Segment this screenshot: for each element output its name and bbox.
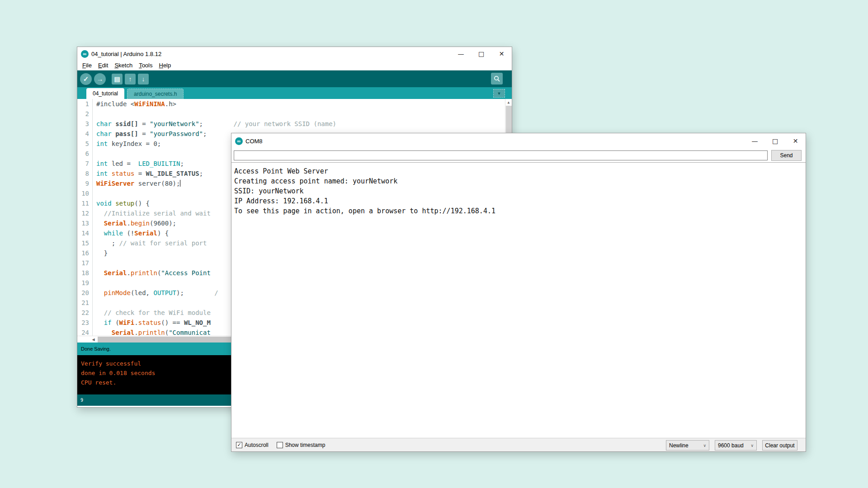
code-text: pinMode(led, OUTPUT); / (93, 288, 218, 298)
code-text (93, 149, 96, 159)
scroll-left-icon[interactable]: ◀ (90, 336, 97, 343)
line-number: 2 (77, 109, 93, 119)
show-timestamp-label: Show timestamp (285, 442, 326, 448)
code-text: if (WiFi.status() == WL_NO_M (93, 318, 211, 328)
verify-button[interactable]: ✓ (80, 73, 92, 85)
code-text: int keyIndex = 0; (93, 139, 161, 149)
tab-menu-button[interactable]: ▼ (493, 89, 505, 98)
code-text: char ssid[] = "yourNetwork"; // your net… (93, 119, 336, 129)
tab-arduino-secrets[interactable]: arduino_secrets.h (127, 89, 184, 99)
line-number: 4 (77, 129, 93, 139)
line-number: 7 (77, 159, 93, 169)
code-text: ; // wait for serial port (93, 238, 207, 248)
menu-item-file[interactable]: File (79, 61, 95, 70)
code-text: void setup() { (93, 198, 150, 208)
line-number: 15 (77, 238, 93, 248)
code-text (93, 258, 96, 268)
autoscroll-checkbox[interactable]: ✓ Autoscroll (236, 442, 269, 448)
ide-titlebar[interactable]: ∞ 04_tutorial | Arduino 1.8.12 — □ ✕ (77, 47, 512, 61)
tab-04-tutorial[interactable]: 04_tutorial (86, 88, 124, 99)
code-text: } (93, 248, 108, 258)
chevron-down-icon: ∨ (750, 443, 754, 448)
ide-maximize-button[interactable]: □ (471, 47, 491, 61)
serial-output-line: To see this page in action, open a brows… (234, 206, 806, 216)
line-number: 17 (77, 258, 93, 268)
chevron-down-icon: ∨ (703, 443, 706, 448)
code-text (93, 109, 96, 119)
upload-button[interactable]: → (94, 73, 106, 85)
clear-output-button[interactable]: Clear output (762, 440, 797, 450)
code-text: int status = WL_IDLE_STATUS; (93, 169, 203, 178)
open-button[interactable]: ↑ (125, 74, 136, 84)
line-number: 16 (77, 248, 93, 258)
checkbox-checked-icon: ✓ (236, 442, 242, 448)
line-number: 20 (77, 288, 93, 298)
code-line: 1#include <WiFiNINA.h> (77, 99, 512, 109)
line-number: 8 (77, 169, 93, 178)
ide-minimize-button[interactable]: — (451, 47, 471, 61)
line-ending-dropdown[interactable]: Newline ∨ (666, 440, 709, 450)
serial-maximize-button[interactable]: □ (765, 133, 785, 149)
code-text: Serial.println("Communicat (93, 328, 211, 336)
line-number: 14 (77, 228, 93, 238)
send-button[interactable]: Send (771, 150, 802, 161)
line-number: 9 (77, 178, 93, 188)
line-number: 1 (77, 99, 93, 109)
code-text: Serial.begin(9600); (93, 218, 176, 228)
serial-output-area[interactable]: Access Point Web ServerCreating access p… (231, 162, 806, 438)
serial-monitor-button[interactable] (491, 73, 503, 84)
cursor-line-indicator: 9 (80, 398, 83, 403)
save-button[interactable]: ↓ (138, 74, 149, 84)
code-text: Serial.println("Access Point (93, 268, 211, 278)
serial-minimize-button[interactable]: — (745, 133, 765, 149)
code-text: int led = LED_BUILTIN; (93, 159, 184, 169)
menu-item-tools[interactable]: Tools (136, 61, 156, 70)
serial-close-button[interactable]: ✕ (785, 133, 806, 149)
ide-menubar: FileEditSketchToolsHelp (77, 61, 512, 70)
baud-rate-value: 9600 baud (718, 442, 744, 449)
code-text (93, 278, 96, 288)
text-caret (180, 180, 180, 187)
checkbox-unchecked-icon (277, 442, 283, 448)
line-number: 12 (77, 208, 93, 218)
code-text (93, 298, 96, 308)
new-sketch-button[interactable]: ▤ (112, 74, 123, 84)
code-text: while (!Serial) { (93, 228, 169, 238)
serial-output-line: Creating access point named: yourNetwork (234, 176, 806, 186)
line-number: 10 (77, 188, 93, 198)
show-timestamp-checkbox[interactable]: Show timestamp (277, 442, 326, 448)
line-number: 6 (77, 149, 93, 159)
autoscroll-label: Autoscroll (245, 442, 269, 448)
ide-tabstrip: 04_tutorial arduino_secrets.h ▼ (77, 87, 512, 99)
line-number: 22 (77, 308, 93, 318)
arduino-logo-icon: ∞ (81, 50, 89, 58)
line-number: 18 (77, 268, 93, 278)
serial-send-row: Send (231, 149, 806, 162)
menu-item-edit[interactable]: Edit (95, 61, 111, 70)
magnifier-icon (493, 75, 500, 82)
ide-toolbar: ✓ → ▤ ↑ ↓ (77, 70, 512, 87)
line-number: 13 (77, 218, 93, 228)
code-line: 2 (77, 109, 512, 119)
serial-input[interactable] (234, 150, 768, 160)
menu-item-help[interactable]: Help (156, 61, 174, 70)
serial-titlebar[interactable]: ∞ COM8 — □ ✕ (231, 133, 806, 149)
baud-rate-dropdown[interactable]: 9600 baud ∨ (715, 440, 757, 450)
code-text: char pass[] = "yourPassword"; (93, 129, 207, 139)
scroll-up-icon[interactable]: ▲ (505, 99, 512, 106)
line-number: 5 (77, 139, 93, 149)
code-text: WiFiServer server(80); (93, 178, 180, 188)
serial-output-line: SSID: yourNetwork (234, 186, 806, 196)
code-text (93, 188, 96, 198)
arduino-logo-icon: ∞ (235, 137, 243, 145)
line-number: 19 (77, 278, 93, 288)
code-line: 3char ssid[] = "yourNetwork"; // your ne… (77, 119, 512, 129)
ide-window-title: 04_tutorial | Arduino 1.8.12 (91, 51, 161, 57)
serial-output-line: IP Address: 192.168.4.1 (234, 196, 806, 206)
serial-output-line: Access Point Web Server (234, 166, 806, 176)
ide-close-button[interactable]: ✕ (491, 47, 512, 61)
line-number: 23 (77, 318, 93, 328)
serial-bottom-bar: ✓ Autoscroll Show timestamp Newline ∨ 96… (231, 438, 806, 451)
menu-item-sketch[interactable]: Sketch (111, 61, 136, 70)
code-text: #include <WiFiNINA.h> (93, 99, 176, 109)
